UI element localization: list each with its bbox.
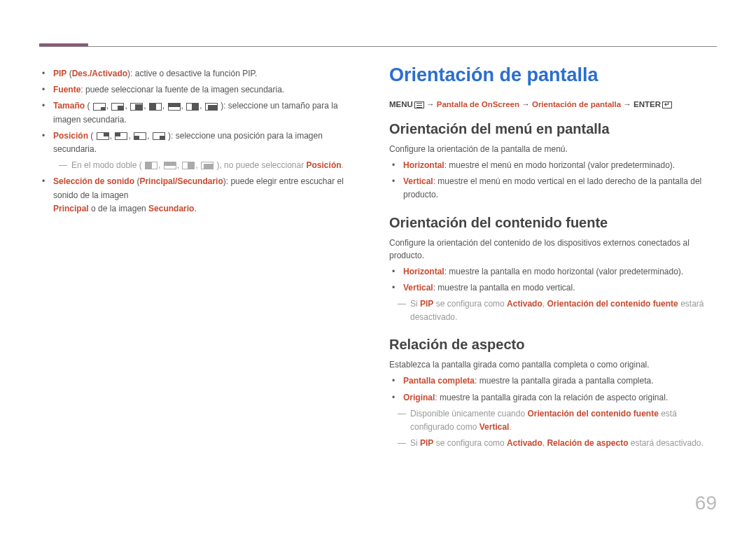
list-item: Original: muestre la pantalla girada con… — [399, 391, 717, 405]
note-text: Si — [410, 299, 420, 309]
menu-orient-list: Horizontal: muestre el menú en modo hori… — [389, 159, 717, 202]
menu-icon — [414, 101, 424, 108]
note: Disponible únicamente cuando Orientación… — [399, 407, 717, 434]
option-red: Secundario — [148, 204, 194, 213]
source-orient-list: Horizontal: muestre la pantalla en modo … — [389, 265, 717, 295]
bc-item: Pantalla de OnScreen — [437, 100, 519, 108]
option-label: Posición — [53, 131, 88, 141]
section-heading: Orientación del menú en pantalla — [389, 121, 717, 137]
option-text: o de la imagen — [89, 204, 148, 213]
note-text: . — [509, 422, 511, 432]
option-rest: : muestre la pantalla girada a pantalla … — [475, 376, 654, 386]
bc-arrow: → — [522, 100, 532, 108]
sub-note: En el modo doble ( , , , ), no puede sel… — [60, 159, 367, 172]
option-rest: : muestre la pantalla en modo horizontal… — [444, 267, 684, 276]
list-item: Vertical: muestre el menú en modo vertic… — [399, 175, 717, 202]
option-label: Tamaño — [53, 101, 85, 111]
note: Si PIP se configura como Activado, Orien… — [399, 297, 717, 324]
pip-options-list: PIP (Des./Activado): active o desactive … — [39, 67, 367, 156]
option-red: Principal — [53, 204, 89, 213]
position-icon — [115, 132, 127, 140]
note-text: ), no puede seleccionar — [216, 160, 306, 170]
section-heading: Relación de aspecto — [389, 337, 717, 353]
bc-arrow: → — [623, 100, 634, 108]
bc-arrow: → — [426, 100, 437, 108]
bc-menu: MENU — [389, 100, 413, 108]
note-red: PIP — [420, 438, 433, 448]
bc-enter: ENTER — [634, 100, 661, 108]
list-item: Posición ( , , , ): seleccione una posic… — [49, 129, 367, 156]
list-item: Pantalla completa: muestre la pantalla g… — [399, 374, 717, 388]
note-text: Si — [410, 438, 420, 448]
note: Si PIP se configura como Activado, Relac… — [399, 437, 717, 450]
note-red: Relación de aspecto — [547, 438, 628, 448]
list-item: Tamaño ( , , , , , , ): seleccione un ta… — [49, 99, 367, 126]
option-label: Vertical — [403, 283, 433, 293]
option-paren: Des./Activado — [72, 69, 127, 78]
note-text: se configura como — [433, 299, 507, 309]
list-item: Horizontal: muestre el menú en modo hori… — [399, 159, 717, 172]
note-red: Activado — [507, 438, 542, 448]
option-label: Horizontal — [403, 267, 444, 276]
note-text: Disponible únicamente cuando — [410, 409, 527, 419]
option-rest: : puede seleccionar la fuente de la imag… — [80, 85, 284, 94]
size-icon — [130, 103, 143, 111]
list-item: PIP (Des./Activado): active o desactive … — [49, 67, 367, 80]
note-red: Vertical — [479, 422, 510, 432]
page-content: PIP (Des./Activado): active o desactive … — [39, 64, 717, 453]
note-red: PIP — [420, 299, 433, 309]
list-item: Horizontal: muestre la pantalla en modo … — [399, 265, 717, 279]
section-desc: Configure la orientación del contenido d… — [389, 237, 717, 262]
option-label: Original — [403, 393, 435, 402]
position-icon — [153, 132, 165, 140]
horizontal-rule — [39, 46, 717, 47]
size-icon — [186, 103, 199, 111]
option-label: PIP — [53, 69, 66, 78]
mode-icon — [182, 162, 195, 169]
mode-icon — [164, 162, 176, 169]
list-item: Fuente: puede seleccionar la fuente de l… — [49, 83, 367, 97]
section-desc: Establezca la pantalla girada como panta… — [389, 358, 717, 371]
option-label: Horizontal — [403, 160, 444, 170]
size-icon — [111, 103, 124, 111]
option-rest: : seleccione una posición para la imagen… — [53, 131, 323, 154]
page-number: 69 — [695, 492, 717, 514]
option-label: Fuente — [53, 85, 80, 94]
option-rest: : muestre el menú en modo vertical en el… — [403, 176, 701, 199]
option-label: Pantalla completa — [403, 376, 475, 386]
size-icon — [205, 103, 218, 111]
list-item: Vertical: muestre la pantalla en modo ve… — [399, 281, 717, 295]
note-text: En el modo doble ( — [71, 160, 142, 170]
option-rest: : muestre la pantalla en modo vertical. — [433, 283, 575, 293]
list-item: Selección de sonido (Principal/Secundari… — [49, 175, 367, 216]
breadcrumb: MENU → Pantalla de OnScreen → Orientació… — [389, 100, 717, 108]
size-icon — [149, 103, 162, 111]
note-red: Orientación del contenido fuente — [527, 409, 658, 419]
option-rest: : muestre el menú en modo horizontal (va… — [444, 160, 676, 170]
aspect-list: Pantalla completa: muestre la pantalla g… — [389, 374, 717, 404]
mode-icon — [201, 162, 214, 169]
note-text: estará desactivado. — [628, 438, 703, 448]
note-red: Activado — [507, 299, 542, 309]
option-text: . — [194, 204, 196, 213]
position-icon — [97, 132, 109, 140]
size-icon — [168, 103, 181, 111]
sound-list: Selección de sonido (Principal/Secundari… — [39, 175, 367, 216]
section-heading: Orientación del contenido fuente — [389, 215, 717, 231]
note-red: Orientación del contenido fuente — [547, 299, 678, 309]
option-label: Vertical — [403, 176, 433, 186]
option-rest: : muestre la pantalla girada con la rela… — [435, 393, 668, 402]
right-column: Orientación de pantalla MENU → Pantalla … — [389, 64, 717, 453]
option-label: Selección de sonido — [53, 176, 134, 186]
size-icon — [93, 103, 106, 111]
paren: ( — [90, 131, 93, 141]
option-rest: : active o desactive la función PIP. — [130, 69, 257, 78]
position-icon — [134, 132, 146, 140]
paren: ( — [87, 101, 90, 111]
note-text: . — [342, 160, 344, 170]
left-column: PIP (Des./Activado): active o desactive … — [39, 64, 367, 453]
bc-item: Orientación de pantalla — [532, 100, 621, 108]
mode-icon — [145, 162, 158, 169]
page-title: Orientación de pantalla — [389, 64, 717, 86]
note-text: se configura como — [433, 438, 507, 448]
